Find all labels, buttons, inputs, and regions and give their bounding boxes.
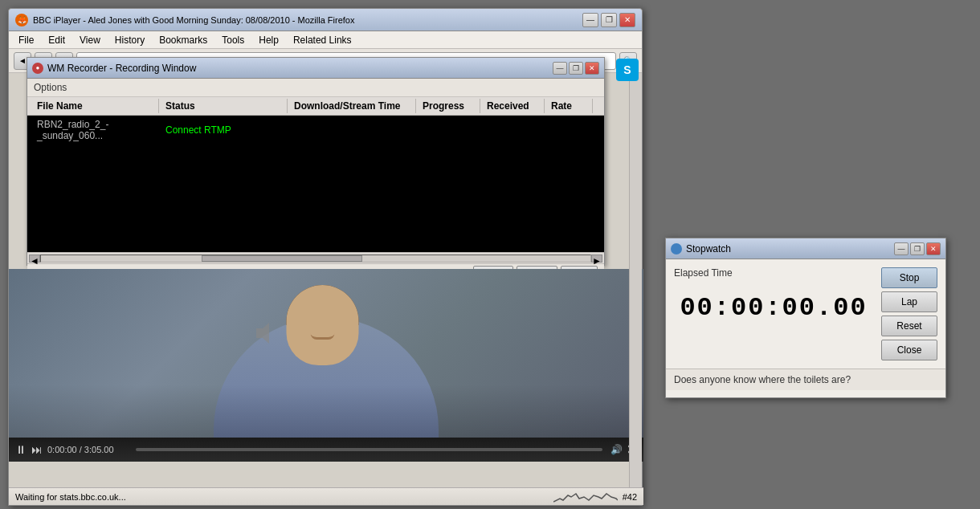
menu-tools[interactable]: Tools <box>215 33 251 47</box>
cell-dltime <box>288 128 416 132</box>
wm-close-button[interactable]: ✕ <box>585 62 599 75</box>
firefox-title-area: 🦊 BBC iPlayer - Aled Jones with Good Mor… <box>15 14 354 26</box>
sw-restore-button[interactable]: ❐ <box>910 242 925 255</box>
status-bar-right: #42 <box>553 491 637 503</box>
cell-received <box>480 128 545 132</box>
video-progress-bar[interactable] <box>136 448 602 451</box>
cell-progress <box>416 128 480 132</box>
skype-icon: S <box>623 63 631 76</box>
firefox-close-button[interactable]: ✕ <box>619 13 635 27</box>
firefox-window-controls: — ❐ ✕ <box>582 13 635 27</box>
video-controls: ⏸ ⏭ 0:00:00 / 3:05.00 🔊 ⛶ <box>9 438 643 462</box>
video-overlay <box>9 269 643 462</box>
wm-minimize-button[interactable]: — <box>553 62 567 75</box>
stopwatch-window: Stopwatch — ❐ ✕ Elapsed Time 00:00:00.00… <box>665 238 946 398</box>
wm-recorder-title-area: ● WM Recorder - Recording Window <box>32 63 196 74</box>
status-bar-text: Waiting for stats.bbc.co.uk... <box>15 492 126 502</box>
menu-help[interactable]: Help <box>252 33 285 47</box>
col-header-rate: Rate <box>545 99 593 113</box>
menu-history[interactable]: History <box>108 33 151 47</box>
col-header-filename: File Name <box>31 99 159 113</box>
stopwatch-icon <box>671 243 682 254</box>
wm-options-label: Options <box>27 79 604 97</box>
sw-minimize-button[interactable]: — <box>894 242 909 255</box>
stopwatch-timer: 00:00:00.00 <box>674 285 873 331</box>
sw-reset-button[interactable]: Reset <box>881 316 937 336</box>
firefox-titlebar: 🦊 BBC iPlayer - Aled Jones with Good Mor… <box>9 9 642 31</box>
wm-recorder-controls: — ❐ ✕ <box>553 62 599 75</box>
sw-stop-button[interactable]: Stop <box>881 267 937 288</box>
sw-lap-button[interactable]: Lap <box>881 291 937 312</box>
wm-recorder-titlebar: ● WM Recorder - Recording Window — ❐ ✕ <box>27 58 604 79</box>
elapsed-time-label: Elapsed Time <box>674 267 873 279</box>
wm-recorder-title-text: WM Recorder - Recording Window <box>47 63 196 74</box>
stopwatch-titlebar: Stopwatch — ❐ ✕ <box>666 238 945 259</box>
firefox-window: 🦊 BBC iPlayer - Aled Jones with Good Mor… <box>8 8 643 506</box>
firefox-title-text: BBC iPlayer - Aled Jones with Good Morni… <box>33 15 354 25</box>
wm-table-header: File Name Status Download/Stream Time Pr… <box>27 97 604 116</box>
menu-bar: File Edit View History Bookmarks Tools H… <box>9 31 642 49</box>
stopwatch-buttons: Stop Lap Reset Close <box>881 267 937 360</box>
menu-file[interactable]: File <box>12 33 40 47</box>
col-header-dltime: Download/Stream Time <box>288 99 416 113</box>
menu-bookmarks[interactable]: Bookmarks <box>153 33 214 47</box>
signal-graph <box>553 491 618 503</box>
sw-close-btn-body[interactable]: Close <box>881 340 937 360</box>
stopwatch-body: Elapsed Time 00:00:00.00 Stop Lap Reset … <box>666 259 945 369</box>
table-row[interactable]: RBN2_radio_2_-_sunday_060... Connect RTM… <box>27 116 604 145</box>
cell-rate <box>545 128 593 132</box>
video-area: ⏸ ⏭ 0:00:00 / 3:05.00 🔊 ⛶ <box>9 269 643 462</box>
scrollbar-thumb[interactable] <box>202 255 362 262</box>
stopwatch-title-text: Stopwatch <box>686 243 731 254</box>
time-display: 0:00:00 / 3:05.00 <box>47 445 128 454</box>
sw-close-button[interactable]: ✕ <box>926 242 941 255</box>
firefox-status-bar: Waiting for stats.bbc.co.uk... #42 <box>9 487 643 505</box>
page-number: #42 <box>623 492 637 502</box>
col-header-progress: Progress <box>416 99 480 113</box>
stopwatch-title-area: Stopwatch <box>671 243 731 254</box>
menu-view[interactable]: View <box>73 33 107 47</box>
wm-recorder-icon: ● <box>32 63 43 74</box>
browser-scrollbar[interactable] <box>629 73 642 491</box>
skip-button[interactable]: ⏭ <box>31 443 43 456</box>
stopwatch-controls: — ❐ ✕ <box>894 242 941 255</box>
video-scene <box>9 269 643 462</box>
firefox-minimize-button[interactable]: — <box>582 13 598 27</box>
menu-edit[interactable]: Edit <box>42 33 71 47</box>
play-pause-button[interactable]: ⏸ <box>15 443 27 456</box>
scrollbar-track[interactable] <box>40 254 591 263</box>
stopwatch-left-panel: Elapsed Time 00:00:00.00 <box>674 267 873 360</box>
scrollbar-left-arrow[interactable]: ◄ <box>29 254 40 263</box>
wm-table-body: RBN2_radio_2_-_sunday_060... Connect RTM… <box>27 116 604 252</box>
skype-notification[interactable]: S <box>616 59 639 81</box>
stopwatch-footer: Does anyone know where the toilets are? <box>666 369 945 390</box>
menu-related-links[interactable]: Related Links <box>287 33 358 47</box>
volume-button[interactable]: 🔊 <box>610 444 623 455</box>
stopwatch-footer-text: Does anyone know where the toilets are? <box>674 374 851 385</box>
cell-filename: RBN2_radio_2_-_sunday_060... <box>31 117 159 143</box>
col-header-received: Received <box>480 99 545 113</box>
wm-restore-button[interactable]: ❐ <box>569 62 583 75</box>
cell-status: Connect RTMP <box>159 123 288 137</box>
wm-recorder-window: ● WM Recorder - Recording Window — ❐ ✕ O… <box>27 57 605 266</box>
scrollbar-right-arrow[interactable]: ► <box>591 254 602 263</box>
col-header-status: Status <box>159 99 288 113</box>
firefox-restore-button[interactable]: ❐ <box>601 13 617 27</box>
firefox-icon: 🦊 <box>15 14 28 26</box>
wm-horizontal-scrollbar[interactable]: ◄ ► <box>27 252 604 263</box>
